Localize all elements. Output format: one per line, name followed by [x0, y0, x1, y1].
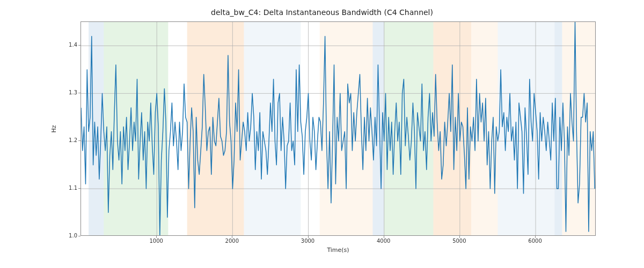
- y-tick-mark: [78, 45, 80, 46]
- plot-svg: [81, 22, 596, 236]
- x-tick-label: 2000: [216, 238, 248, 244]
- x-tick-label: 5000: [443, 238, 475, 244]
- figure: delta_bw_C4: Delta Instantaneous Bandwid…: [0, 0, 644, 268]
- chart-title: delta_bw_C4: Delta Instantaneous Bandwid…: [0, 8, 644, 17]
- y-tick-mark: [78, 93, 80, 93]
- band: [433, 22, 471, 236]
- y-tick-label: 1.0: [56, 233, 77, 239]
- x-tick-label: 1000: [140, 238, 172, 244]
- y-tick-mark: [78, 236, 80, 236]
- y-axis-label: Hz: [48, 21, 59, 236]
- y-tick-label: 1.1: [56, 185, 77, 191]
- x-tick-label: 6000: [519, 238, 551, 244]
- y-tick-mark: [78, 188, 80, 189]
- y-tick-label: 1.2: [56, 137, 77, 143]
- x-tick-label: 3000: [292, 238, 324, 244]
- background-bands: [89, 22, 596, 236]
- plot-area: [80, 21, 596, 236]
- y-tick-label: 1.3: [56, 90, 77, 95]
- x-tick-label: 4000: [368, 238, 400, 244]
- y-axis-label-text: Hz: [50, 125, 57, 132]
- x-axis-label: Time(s): [80, 247, 596, 254]
- y-tick-mark: [78, 140, 80, 141]
- y-tick-label: 1.4: [56, 42, 77, 48]
